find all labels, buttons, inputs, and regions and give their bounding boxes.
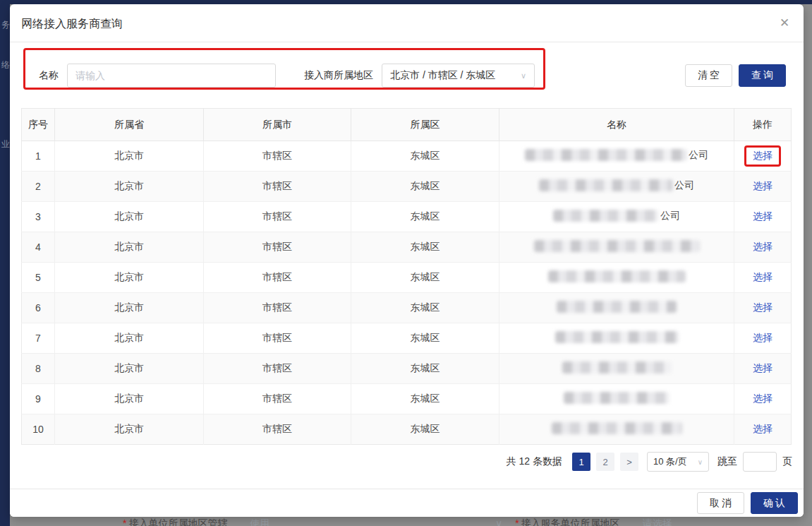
company-name-suffix: 公司	[660, 210, 680, 222]
select-link[interactable]: 选择	[753, 180, 772, 191]
row-district: 东城区	[351, 232, 499, 263]
company-name-suffix: 公司	[674, 179, 694, 192]
select-link[interactable]: 选择	[753, 393, 772, 404]
table-row: 3北京市市辖区东城区公司选择	[22, 202, 792, 232]
company-name-suffix: 公司	[689, 149, 708, 162]
select-link[interactable]: 选择	[753, 241, 772, 252]
redacted-company-name	[534, 240, 700, 252]
row-index: 2	[22, 172, 55, 202]
row-index: 5	[22, 263, 55, 293]
table-row: 1北京市市辖区东城区公司选择	[22, 141, 792, 172]
row-company-name: 公司	[499, 141, 734, 172]
row-province: 北京市	[55, 172, 204, 202]
row-action-cell: 选择	[734, 384, 792, 414]
page-button-2[interactable]: 2	[596, 453, 614, 471]
query-button[interactable]: 查询	[739, 64, 786, 87]
next-page-button[interactable]: >	[620, 453, 638, 471]
select-link[interactable]: 选择	[753, 210, 772, 222]
row-province: 北京市	[55, 263, 204, 293]
select-link[interactable]: 选择	[753, 423, 772, 434]
required-asterisk: *	[123, 518, 126, 526]
jump-to-label: 跳至	[717, 455, 737, 468]
region-select-value: 北京市 / 市辖区 / 东城区	[390, 69, 495, 82]
redacted-company-name	[552, 422, 682, 434]
row-company-name	[499, 354, 734, 384]
row-index: 1	[22, 141, 55, 172]
chevron-down-icon: ∨	[698, 458, 703, 466]
row-district: 东城区	[351, 202, 499, 232]
row-province: 北京市	[55, 232, 204, 263]
provider-table: 序号 所属省 所属市 所属区 名称 操作 1北京市市辖区东城区公司选择2北京市市…	[21, 108, 792, 445]
name-field-label: 名称	[39, 69, 59, 82]
row-action-cell: 选择	[734, 232, 792, 263]
row-district: 东城区	[351, 141, 499, 172]
redacted-company-name	[562, 361, 672, 373]
row-index: 9	[22, 384, 55, 414]
page-size-select[interactable]: 10 条/页 ∨	[647, 452, 709, 472]
row-province: 北京市	[55, 141, 204, 172]
row-district: 东城区	[351, 354, 499, 384]
search-form: 名称 接入商所属地区 北京市 / 市辖区 / 东城区 ∨ 清空 查询	[10, 64, 804, 88]
row-district: 东城区	[351, 323, 499, 354]
region-select[interactable]: 北京市 / 市辖区 / 东城区 ∨	[382, 64, 535, 88]
dialog-title: 网络接入服务商查询	[21, 17, 123, 32]
required-asterisk: *	[515, 518, 519, 526]
cancel-button[interactable]: 取消	[697, 492, 744, 514]
table-row: 10北京市市辖区东城区选择	[22, 414, 792, 445]
row-province: 北京市	[55, 384, 204, 414]
row-company-name: 公司	[499, 202, 734, 232]
sidebar-text-fragment: 络	[1, 59, 10, 71]
select-link[interactable]: 选择	[753, 150, 772, 161]
row-action-cell: 选择	[734, 354, 792, 384]
table-row: 7北京市市辖区东城区选择	[22, 323, 792, 354]
row-province: 北京市	[55, 354, 204, 384]
row-city: 市辖区	[204, 202, 351, 232]
redacted-company-name	[525, 149, 687, 161]
table-row: 4北京市市辖区东城区选择	[22, 232, 792, 263]
table-row: 5北京市市辖区东城区选择	[22, 263, 792, 293]
row-province: 北京市	[55, 323, 204, 354]
redacted-company-name	[548, 270, 686, 282]
row-action-cell: 选择	[734, 263, 792, 293]
background-form-field: ∨ *接入服务单位所属地区 请选择	[495, 518, 672, 526]
jump-page-input[interactable]	[743, 452, 777, 472]
row-city: 市辖区	[204, 323, 351, 354]
row-company-name	[499, 232, 734, 263]
row-action-cell: 选择	[734, 293, 792, 323]
redacted-company-name	[564, 392, 669, 404]
row-district: 东城区	[351, 384, 499, 414]
background-form-field: *接入单位所属地区管辖 使用	[123, 518, 269, 526]
region-field-label: 接入商所属地区	[304, 69, 373, 82]
name-input[interactable]	[67, 64, 276, 88]
close-icon[interactable]: ✕	[777, 16, 792, 31]
page-size-value: 10 条/页	[653, 455, 687, 468]
row-action-cell: 选择	[734, 141, 792, 172]
row-index: 8	[22, 354, 55, 384]
page-button-1[interactable]: 1	[572, 453, 590, 471]
table-header-row: 序号 所属省 所属市 所属区 名称 操作	[22, 109, 792, 141]
redacted-company-name	[557, 301, 677, 313]
row-action-cell: 选择	[734, 414, 792, 445]
table-row: 2北京市市辖区东城区公司选择	[22, 172, 792, 202]
row-city: 市辖区	[204, 232, 351, 263]
header-name: 名称	[499, 109, 734, 141]
row-city: 市辖区	[204, 293, 351, 323]
table-row: 8北京市市辖区东城区选择	[22, 354, 792, 384]
row-district: 东城区	[351, 414, 499, 445]
row-city: 市辖区	[204, 172, 351, 202]
select-link[interactable]: 选择	[753, 362, 772, 373]
redacted-company-name	[539, 179, 673, 191]
confirm-button[interactable]: 确认	[751, 492, 798, 514]
header-province: 所属省	[55, 109, 204, 141]
row-index: 7	[22, 323, 55, 354]
row-province: 北京市	[55, 414, 204, 445]
row-company-name: 公司	[499, 172, 734, 202]
select-link[interactable]: 选择	[753, 301, 772, 313]
select-link[interactable]: 选择	[753, 271, 772, 282]
page-unit-label: 页	[782, 455, 792, 468]
header-index: 序号	[22, 109, 55, 141]
row-index: 4	[22, 232, 55, 263]
clear-button[interactable]: 清空	[685, 64, 732, 87]
row-company-name	[499, 263, 734, 293]
select-link[interactable]: 选择	[753, 332, 772, 343]
